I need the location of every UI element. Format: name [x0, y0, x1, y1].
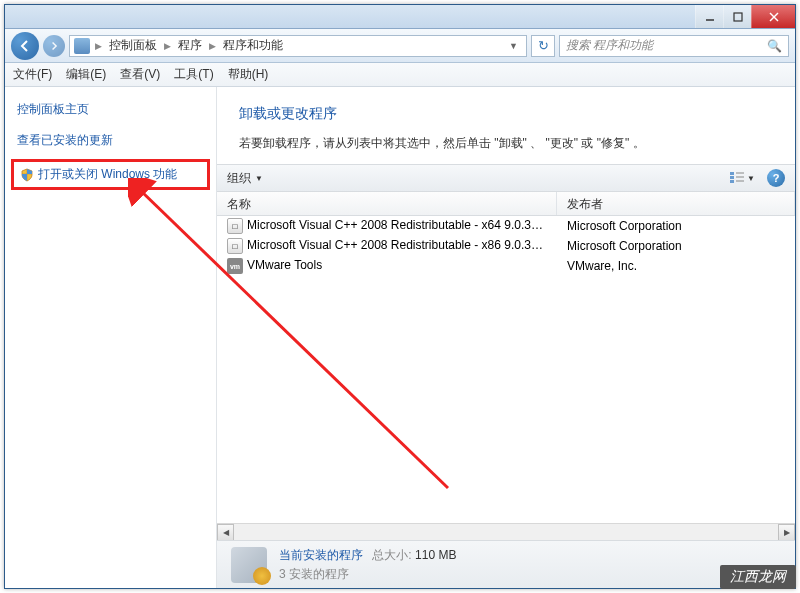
- minimize-button[interactable]: [695, 5, 723, 28]
- column-header-publisher[interactable]: 发布者: [557, 192, 795, 215]
- svg-rect-4: [730, 172, 734, 175]
- menu-view[interactable]: 查看(V): [120, 66, 160, 83]
- sidebar-link-label: 打开或关闭 Windows 功能: [38, 166, 177, 183]
- search-icon[interactable]: 🔍: [767, 39, 782, 53]
- page-description: 若要卸载程序，请从列表中将其选中，然后单击 "卸载" 、 "更改" 或 "修复"…: [239, 135, 773, 152]
- main-header: 卸载或更改程序 若要卸载程序，请从列表中将其选中，然后单击 "卸载" 、 "更改…: [217, 87, 795, 164]
- chevron-right-icon[interactable]: ▶: [161, 41, 174, 51]
- status-size-value: 110 MB: [415, 548, 456, 562]
- list-item[interactable]: vmVMware Tools VMware, Inc.: [217, 256, 795, 276]
- maximize-button[interactable]: [723, 5, 751, 28]
- status-bar: 当前安装的程序 总大小: 110 MB 3 安装的程序: [217, 540, 795, 588]
- nav-bar: ▶ 控制面板 ▶ 程序 ▶ 程序和功能 ▼ ↻ 搜索 程序和功能 🔍: [5, 29, 795, 63]
- list-item[interactable]: □Microsoft Visual C++ 2008 Redistributab…: [217, 216, 795, 236]
- chevron-down-icon: ▼: [747, 174, 755, 183]
- breadcrumb-item[interactable]: 控制面板: [107, 37, 159, 54]
- shield-icon: [20, 168, 34, 182]
- forward-button[interactable]: [43, 35, 65, 57]
- content-area: 控制面板主页 查看已安装的更新 打开或关闭 Windows 功能 卸载或更改程序…: [5, 87, 795, 588]
- status-size-label: 总大小:: [372, 548, 411, 562]
- chevron-right-icon[interactable]: ▶: [206, 41, 219, 51]
- refresh-button[interactable]: ↻: [531, 35, 555, 57]
- sidebar-link-updates[interactable]: 查看已安装的更新: [17, 132, 204, 149]
- search-placeholder: 搜索 程序和功能: [566, 37, 653, 54]
- main-panel: 卸载或更改程序 若要卸载程序，请从列表中将其选中，然后单击 "卸载" 、 "更改…: [217, 87, 795, 588]
- status-count: 3 安装的程序: [279, 566, 456, 583]
- scroll-right-button[interactable]: ▶: [778, 524, 795, 541]
- list-item[interactable]: □Microsoft Visual C++ 2008 Redistributab…: [217, 236, 795, 256]
- close-button[interactable]: [751, 5, 795, 28]
- window-frame: ▶ 控制面板 ▶ 程序 ▶ 程序和功能 ▼ ↻ 搜索 程序和功能 🔍 文件(F)…: [4, 4, 796, 589]
- titlebar: [5, 5, 795, 29]
- program-list[interactable]: □Microsoft Visual C++ 2008 Redistributab…: [217, 216, 795, 523]
- sidebar-link-windows-features[interactable]: 打开或关闭 Windows 功能: [11, 159, 210, 190]
- menu-help[interactable]: 帮助(H): [228, 66, 269, 83]
- svg-rect-1: [734, 13, 742, 21]
- toolbar: 组织 ▼ ▼ ?: [217, 164, 795, 192]
- titlebar-spacer[interactable]: [5, 5, 695, 28]
- svg-rect-5: [730, 176, 734, 179]
- breadcrumb[interactable]: ▶ 控制面板 ▶ 程序 ▶ 程序和功能 ▼: [69, 35, 527, 57]
- page-title: 卸载或更改程序: [239, 105, 773, 123]
- list-view-icon: [729, 171, 745, 185]
- horizontal-scrollbar[interactable]: ◀ ▶: [217, 523, 795, 540]
- breadcrumb-dropdown-icon[interactable]: ▼: [505, 41, 522, 51]
- back-button[interactable]: [11, 32, 39, 60]
- window-icon: [74, 38, 90, 54]
- menu-edit[interactable]: 编辑(E): [66, 66, 106, 83]
- svg-rect-6: [730, 180, 734, 183]
- menu-bar: 文件(F) 编辑(E) 查看(V) 工具(T) 帮助(H): [5, 63, 795, 87]
- app-icon: □: [227, 238, 243, 254]
- search-input[interactable]: 搜索 程序和功能 🔍: [559, 35, 789, 57]
- status-text: 当前安装的程序 总大小: 110 MB 3 安装的程序: [279, 547, 456, 583]
- view-mode-button[interactable]: ▼: [725, 169, 759, 187]
- status-title: 当前安装的程序: [279, 548, 363, 562]
- chevron-right-icon[interactable]: ▶: [92, 41, 105, 51]
- list-header: 名称 发布者: [217, 192, 795, 216]
- programs-icon: [231, 547, 267, 583]
- menu-tools[interactable]: 工具(T): [174, 66, 213, 83]
- app-icon: vm: [227, 258, 243, 274]
- watermark: 江西龙网: [720, 565, 796, 589]
- app-icon: □: [227, 218, 243, 234]
- column-header-name[interactable]: 名称: [217, 192, 557, 215]
- menu-file[interactable]: 文件(F): [13, 66, 52, 83]
- breadcrumb-item[interactable]: 程序: [176, 37, 204, 54]
- sidebar-title[interactable]: 控制面板主页: [17, 101, 204, 118]
- scroll-left-button[interactable]: ◀: [217, 524, 234, 541]
- organize-button[interactable]: 组织 ▼: [227, 170, 263, 187]
- help-button[interactable]: ?: [767, 169, 785, 187]
- breadcrumb-item[interactable]: 程序和功能: [221, 37, 285, 54]
- sidebar: 控制面板主页 查看已安装的更新 打开或关闭 Windows 功能: [5, 87, 217, 588]
- chevron-down-icon: ▼: [255, 174, 263, 183]
